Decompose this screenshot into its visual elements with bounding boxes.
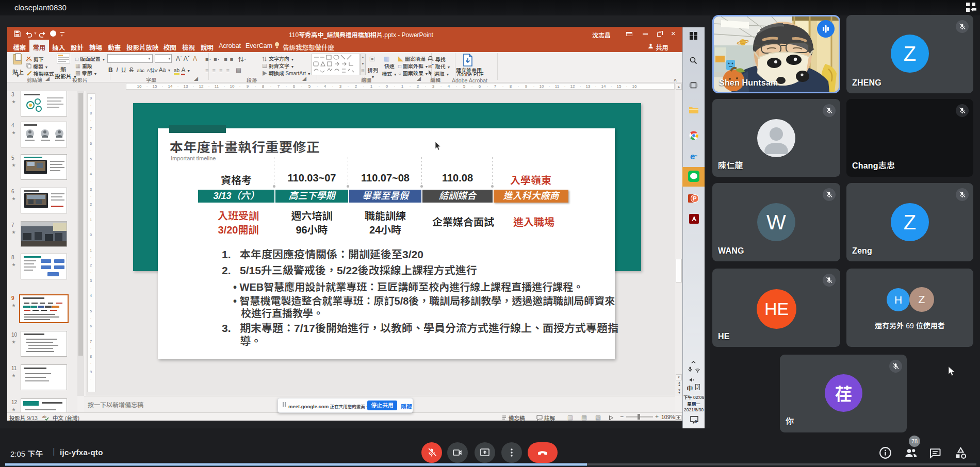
svg-text:P: P bbox=[693, 195, 696, 202]
svg-text:ab: ab bbox=[428, 64, 432, 68]
svg-text:ab: ab bbox=[42, 415, 46, 419]
